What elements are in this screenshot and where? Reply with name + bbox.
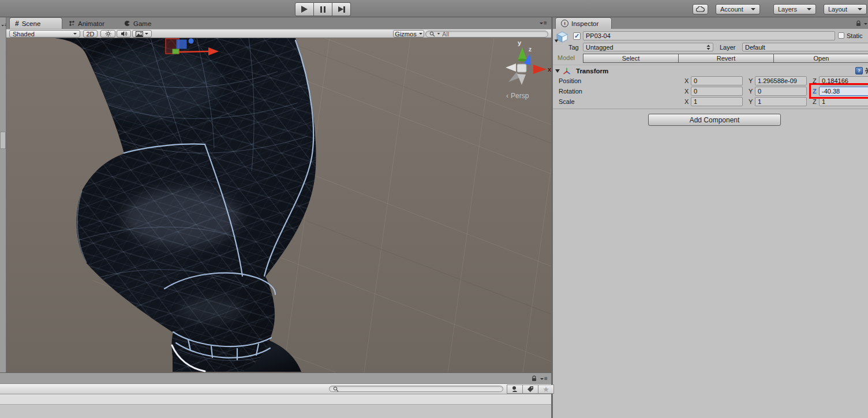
shading-mode-label: Shaded: [13, 31, 35, 38]
chevron-down-icon: [73, 33, 77, 35]
static-label: Static: [847, 32, 863, 39]
transform-foldout-icon[interactable]: [555, 69, 560, 73]
splitter-handle[interactable]: [0, 132, 6, 149]
2d-toggle-button[interactable]: 2D: [83, 30, 98, 38]
scene-toolbar: Shaded 2D: [6, 29, 551, 38]
search-by-type-icon: [511, 386, 518, 393]
project-panel-menu-icon[interactable]: ≡: [540, 376, 548, 381]
add-component-button[interactable]: Add Component: [648, 114, 781, 126]
tab-inspector-label: Inspector: [571, 20, 598, 27]
project-tabbar: ≡: [0, 373, 551, 383]
unity-editor-window: { "icons": { "star": "★", "hash": "#", "…: [0, 0, 868, 418]
chevron-down-icon: [751, 8, 755, 10]
scale-y-label: Y: [749, 98, 753, 105]
chevron-down-icon: [419, 33, 422, 35]
position-label: Position: [559, 77, 581, 84]
model-select-button[interactable]: Select: [583, 54, 678, 63]
layers-label: Layers: [778, 6, 797, 13]
rotation-x-field[interactable]: 0: [691, 87, 743, 96]
tab-inspector[interactable]: i Inspector: [555, 17, 612, 29]
gizmos-label: Gizmos: [395, 31, 416, 38]
lighting-toggle-button[interactable]: [100, 30, 115, 38]
rotation-label: Rotation: [559, 88, 582, 95]
layout-dropdown[interactable]: Layout: [824, 4, 867, 14]
tab-animator-label: Animator: [78, 20, 104, 27]
active-checkbox[interactable]: ✓: [573, 32, 581, 40]
lock-icon[interactable]: [531, 375, 537, 382]
scene-tabbar: # Scene Animator Game ≡: [6, 17, 551, 29]
project-search-input[interactable]: [329, 386, 503, 392]
gizmo-projection-label[interactable]: ‹ Persp: [506, 92, 529, 100]
search-by-label-button[interactable]: [522, 385, 538, 394]
scene-panel-menu-icon[interactable]: ≡: [540, 21, 547, 25]
step-button[interactable]: [332, 2, 351, 16]
layer-label: Layer: [720, 44, 736, 51]
rotation-z-field[interactable]: -40.38: [819, 87, 868, 96]
scale-x-field[interactable]: 1: [691, 97, 743, 106]
cloud-button[interactable]: [693, 4, 708, 14]
gear-icon[interactable]: [865, 67, 868, 74]
static-checkbox[interactable]: [838, 32, 844, 39]
project-content-area[interactable]: [0, 405, 551, 418]
tab-animator[interactable]: Animator: [69, 18, 104, 28]
search-icon: [333, 386, 339, 392]
model-open-button[interactable]: Open: [773, 54, 868, 63]
transform-title: Transform: [576, 68, 608, 74]
layers-dropdown[interactable]: Layers: [773, 4, 816, 14]
scene-viewport[interactable]: y z x ‹ Persp: [6, 38, 551, 372]
gizmos-dropdown[interactable]: Gizmos: [393, 30, 424, 38]
component-separator: [553, 109, 868, 109]
effects-dropdown-button[interactable]: [132, 30, 152, 38]
info-icon: i: [561, 20, 568, 27]
scene-panel: # Scene Animator Game ≡ Shaded: [6, 17, 551, 372]
transform-icon: [563, 67, 571, 75]
scene-grid-icon: #: [15, 20, 19, 28]
search-by-type-button[interactable]: [507, 385, 522, 394]
gameobject-name-field[interactable]: PP03-04: [583, 31, 835, 40]
tab-game[interactable]: Game: [124, 18, 151, 28]
position-x-field[interactable]: 0: [691, 76, 743, 85]
rotation-y-label: Y: [749, 88, 753, 95]
account-dropdown[interactable]: Account: [716, 4, 760, 14]
position-z-field[interactable]: 0.184166: [819, 76, 868, 85]
audio-toggle-button[interactable]: [117, 30, 131, 38]
scene-search-input[interactable]: All: [425, 31, 548, 38]
scale-z-label: Z: [813, 98, 817, 105]
gameobject-foldout-icon[interactable]: [555, 40, 558, 43]
inspector-tabbar: i Inspector ≡: [553, 17, 868, 29]
rotation-x-label: X: [684, 88, 689, 95]
tag-label: Tag: [568, 44, 579, 51]
speaker-icon: [121, 31, 128, 37]
rotation-y-field[interactable]: 0: [755, 87, 807, 96]
pause-button[interactable]: [314, 2, 332, 16]
tag-value: Untagged: [586, 44, 613, 51]
playmode-controls: [295, 2, 351, 16]
layer-dropdown[interactable]: Default: [742, 43, 868, 51]
help-icon[interactable]: ?: [855, 67, 863, 74]
tag-dropdown[interactable]: Untagged: [583, 43, 713, 51]
scale-y-field[interactable]: 1: [755, 97, 807, 106]
model-revert-button[interactable]: Revert: [678, 54, 773, 63]
shading-mode-dropdown[interactable]: Shaded: [9, 30, 80, 38]
inspector-panel-menu-icon[interactable]: ≡: [864, 21, 868, 26]
position-x-label: X: [684, 77, 689, 84]
layer-value: Default: [745, 44, 765, 51]
gizmo-axis-y-label[interactable]: y: [518, 39, 521, 46]
lock-icon[interactable]: [855, 20, 862, 27]
scale-z-field[interactable]: 1: [819, 97, 868, 106]
star-icon: ★: [542, 386, 549, 393]
scene-3d-render: [6, 38, 551, 372]
save-search-button[interactable]: ★: [538, 385, 554, 394]
dropdown-arrows-icon: [706, 44, 710, 50]
transform-header[interactable]: Transform ?: [553, 65, 868, 76]
search-filter-caret-icon: [437, 33, 440, 34]
animator-icon: [69, 20, 75, 27]
play-button[interactable]: [295, 2, 314, 16]
position-y-field[interactable]: 1.296588e-09: [755, 76, 807, 85]
project-breadcrumb-bar[interactable]: [0, 394, 551, 405]
gameobject-name-value: PP03-04: [586, 32, 611, 39]
gizmo-axis-z-label[interactable]: z: [529, 46, 532, 53]
left-dock-strip: ≡: [0, 17, 6, 372]
cloud-icon: [696, 6, 705, 12]
tab-scene[interactable]: # Scene: [9, 17, 62, 29]
